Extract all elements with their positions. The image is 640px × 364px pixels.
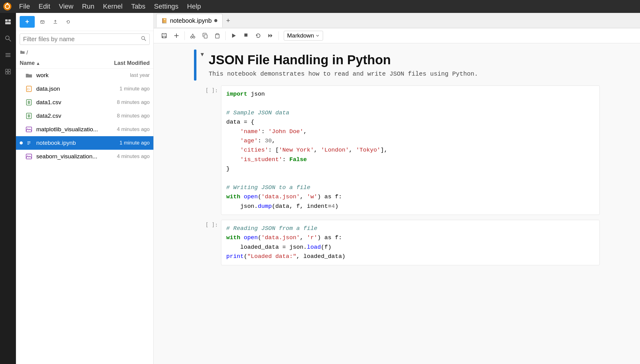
code-cell[interactable]: import json # Sample JSON data data = { … [221, 85, 600, 215]
cut-button[interactable] [187, 30, 198, 41]
menubar: File Edit View Run Kernel Tabs Settings … [0, 0, 640, 13]
svg-line-48 [193, 34, 194, 37]
column-modified[interactable]: Last Modified [101, 60, 150, 66]
json-file-icon: {} [25, 85, 33, 93]
cell-input-area: [ ]: import json # Sample JSON data data… [200, 85, 600, 215]
svg-line-21 [144, 39, 146, 41]
main-area: + [0, 13, 640, 364]
notebook-subtitle: This notebook demonstrates how to read a… [209, 70, 600, 77]
breadcrumb-folder-icon [20, 49, 25, 56]
stop-button[interactable] [240, 30, 251, 41]
notebook-tab[interactable]: 📔 notebook.ipynb [156, 14, 223, 27]
cell-bar [194, 220, 196, 265]
upload-button[interactable] [50, 17, 61, 27]
toolbar-separator [279, 31, 279, 40]
menu-help[interactable]: Help [184, 1, 205, 12]
file-modified: 1 minute ago [101, 140, 150, 146]
file-panel-toolbar: + [16, 13, 153, 31]
file-name: work [36, 72, 101, 79]
sidebar-files-btn[interactable] [2, 16, 14, 28]
fast-forward-button[interactable] [265, 30, 276, 41]
menu-run[interactable]: Run [78, 1, 98, 12]
notebook-inner: ▼ JSON File Handling in Python This note… [182, 49, 612, 265]
notebook-title: JSON File Handling in Python [209, 53, 600, 67]
kernel-label: Markdown [287, 32, 314, 39]
code-cell-wrapper-1: [ ]: import json # Sample JSON data data… [194, 85, 600, 215]
collapse-arrow-icon[interactable]: ▼ [200, 51, 205, 58]
refresh-button[interactable] [63, 17, 73, 27]
svg-rect-3 [5, 19, 8, 22]
list-item[interactable]: data1.csv 8 minutes ago [16, 96, 153, 109]
svg-point-45 [191, 36, 192, 38]
active-indicator [20, 141, 23, 144]
file-modified: 8 minutes ago [101, 99, 150, 105]
notebook-area: 📔 notebook.ipynb + [154, 13, 640, 364]
svg-marker-55 [271, 34, 272, 38]
svg-line-47 [192, 34, 193, 37]
sidebar-search-btn[interactable] [2, 33, 14, 44]
save-button[interactable] [159, 30, 170, 41]
run-button[interactable] [228, 30, 239, 41]
add-cell-button[interactable] [171, 30, 182, 41]
list-item[interactable]: data2.csv 8 minutes ago [16, 109, 153, 123]
code-cell-wrapper-2: [ ]: # Reading JSON from a file with ope… [194, 220, 600, 265]
search-input[interactable] [23, 36, 138, 43]
cell-prompt: [ ]: [200, 85, 218, 93]
notebook-toolbar: Markdown [154, 28, 640, 43]
new-file-button[interactable]: + [20, 16, 35, 28]
column-name[interactable]: Name ▲ [20, 60, 101, 66]
svg-rect-12 [8, 69, 10, 71]
file-panel: + [16, 13, 154, 364]
chevron-down-icon [315, 34, 320, 38]
copy-button[interactable] [200, 30, 211, 41]
list-item[interactable]: matplotlib_visualizatio... 4 minutes ago [16, 123, 153, 136]
file-list: work last year {} data.json 1 minute ago [16, 69, 153, 364]
restart-button[interactable] [253, 30, 264, 41]
menu-edit[interactable]: Edit [35, 1, 54, 12]
search-box[interactable] [20, 34, 150, 45]
list-item[interactable]: notebook.ipynb 1 minute ago [16, 136, 153, 150]
breadcrumb-path: / [26, 49, 28, 56]
toolbar-separator [184, 31, 185, 40]
file-modified: 8 minutes ago [101, 113, 150, 119]
menu-settings[interactable]: Settings [150, 1, 182, 12]
file-name: data1.csv [36, 99, 101, 106]
svg-point-6 [6, 36, 9, 40]
new-tab-button[interactable]: + [223, 15, 233, 26]
sidebar-extensions-btn[interactable] [2, 66, 14, 77]
svg-rect-11 [6, 69, 8, 71]
menu-kernel[interactable]: Kernel [99, 1, 126, 12]
svg-rect-5 [8, 19, 11, 22]
app-logo [3, 2, 12, 11]
svg-rect-14 [8, 72, 10, 74]
breadcrumb: / [16, 47, 153, 58]
file-modified: last year [101, 72, 150, 78]
kernel-dropdown[interactable]: Markdown [284, 31, 323, 41]
list-item[interactable]: {} data.json 1 minute ago [16, 82, 153, 96]
search-icon [141, 36, 146, 43]
paste-button[interactable] [212, 30, 223, 41]
csv-file-icon [25, 98, 33, 107]
file-name: notebook.ipynb [36, 140, 101, 146]
file-name: data2.csv [36, 113, 101, 119]
sidebar-list-btn[interactable] [2, 49, 14, 61]
csv-file-icon [25, 112, 33, 120]
list-item[interactable]: seaborn_visualization... 4 minutes ago [16, 150, 153, 163]
icon-sidebar [0, 13, 16, 364]
code-cell[interactable]: # Reading JSON from a file with open('da… [221, 220, 600, 265]
notebook-tab-icon: 📔 [161, 18, 168, 24]
svg-rect-13 [6, 72, 8, 74]
sort-arrow-icon: ▲ [36, 61, 40, 66]
svg-rect-41 [163, 34, 165, 35]
menu-tabs[interactable]: Tabs [128, 1, 149, 12]
menu-file[interactable]: File [15, 1, 34, 12]
markdown-cell-wrapper: ▼ JSON File Handling in Python This note… [194, 49, 600, 81]
list-item[interactable]: work last year [16, 69, 153, 82]
cell-active-bar [194, 49, 196, 81]
cell-prompt: [ ]: [200, 220, 218, 228]
notebook-file-icon [25, 139, 33, 147]
menu-view[interactable]: View [55, 1, 77, 12]
file-modified: 4 minutes ago [101, 126, 150, 133]
file-name: data.json [36, 85, 101, 92]
new-folder-button[interactable] [37, 17, 48, 27]
